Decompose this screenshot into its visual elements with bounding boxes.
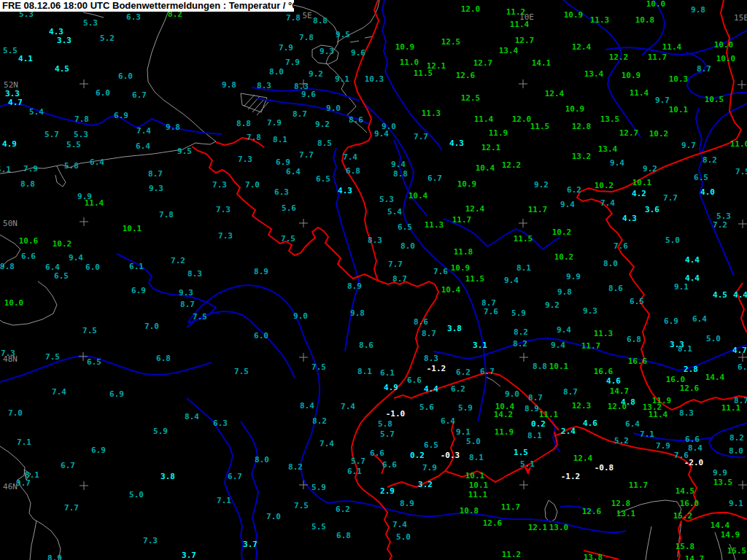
station-temperature-value: 8.2 [288,463,303,471]
station-temperature-value: 9.4 [610,159,624,167]
station-temperature-value: 3.7 [182,551,196,559]
station-temperature-value: 10.2 [554,253,574,261]
station-temperature-value: -0.8 [595,464,614,472]
station-temperature-value: 11.1 [468,491,488,499]
station-temperature-value: 8.9 [47,554,62,560]
coastline [257,102,268,115]
station-temperature-value: 7.0 [245,181,260,189]
station-temperature-value: 8.3 [187,270,202,278]
station-temperature-value: 5.9 [311,483,326,491]
station-temperature-value: 11.0 [730,140,747,148]
station-temperature-value: 7.2 [171,257,185,265]
station-temperature-value: 9.4 [69,254,83,262]
station-temperature-value: 8.3 [257,82,271,90]
station-temperature-value: 9.3 [583,307,597,315]
coastline [646,526,651,560]
station-temperature-value: 5.8 [378,420,392,428]
station-temperature-value: 6.4 [45,263,60,271]
station-temperature-value: 10.6 [19,237,39,245]
station-temperature-value: 7.5 [311,363,326,371]
station-temperature-value: 8.7 [392,275,407,283]
station-temperature-value: 10.1 [549,362,569,370]
station-temperature-value: 14.4 [705,373,725,381]
station-temperature-value: 8.4 [300,402,314,410]
title-text: FRE 08.12.06 18:00 UTC Bodenwettermeldun… [2,0,294,11]
station-temperature-value: 6.9 [114,112,128,120]
station-temperature-value: 8.7 [422,330,436,338]
station-temperature-value: 8.1 [357,368,372,376]
station-temperature-value: 9.9 [713,469,727,477]
station-temperature-value: 4.6 [583,419,597,427]
station-temperature-value: 7.3 [216,206,231,214]
station-temperature-value: 7.8 [286,14,301,22]
station-temperature-value: 12.4 [465,205,485,213]
station-temperature-value: 6.2 [451,385,465,393]
station-temperature-value: 14.7 [685,555,705,560]
station-temperature-value: 10.5 [705,96,724,104]
station-temperature-value: 7.4 [600,199,615,207]
station-temperature-value: 9.8 [691,6,705,14]
station-temperature-value: 8.0 [729,447,743,455]
station-temperature-value: 9.2 [309,70,323,78]
station-temperature-value: 10.9 [565,105,585,113]
station-temperature-value: 12.3 [572,402,592,410]
station-temperature-value: 7.8 [299,34,314,42]
station-temperature-value: 7.3 [238,155,252,163]
station-temperature-value: 11.4 [649,411,668,419]
station-temperature-value: 8.7 [528,394,543,402]
coastline [545,500,557,522]
station-temperature-value: 7.1 [217,497,231,505]
coastline [244,95,255,106]
station-temperature-value: 8.8 [236,120,251,128]
station-temperature-value: 6.0 [254,332,268,340]
station-temperature-value: 6.4 [738,363,747,371]
station-temperature-value: 12.6 [582,508,602,516]
station-temperature-value: 5.5 [311,523,326,531]
station-temperature-value: 6.5 [630,298,644,306]
station-temperature-value: 10.0 [646,0,666,8]
station-temperature-value: 4.9 [384,384,398,392]
station-temperature-value: 7.4 [343,153,357,161]
station-temperature-value: 9.0 [293,312,308,320]
station-temperature-value: 7.4 [341,402,355,411]
station-temperature-value: 9.4 [560,201,575,209]
station-temperature-value: 7.7 [388,260,403,268]
station-temperature-value: 4.6 [606,377,621,385]
station-temperature-value: 15.8 [676,542,695,551]
station-temperature-value: 4.4 [424,385,438,393]
station-temperature-value: 6.4 [692,315,707,323]
station-temperature-value: 6.4 [90,158,104,166]
river-line [333,148,359,351]
station-temperature-value: 6.1 [380,369,395,377]
station-temperature-value: 9.3 [320,47,334,55]
station-temperature-value: 8.3 [679,409,694,417]
station-temperature-value: 5.4 [29,108,44,116]
station-temperature-value: 2.4 [561,427,576,435]
station-temperature-value: 14.9 [721,531,740,539]
station-temperature-value: 8.2 [703,156,717,164]
station-temperature-value: 8.7 [697,65,711,73]
station-temperature-value: 5.7 [351,457,365,465]
station-temperature-value: 5.2 [614,437,629,445]
station-temperature-value: 8.7 [563,388,578,396]
station-temperature-value: 10.1 [469,481,489,489]
station-temperature-value: 9.1 [674,283,689,291]
station-temperature-value: 6.6 [21,252,36,260]
station-temperature-value: 3.6 [645,206,659,214]
coastline [83,12,104,18]
station-temperature-value: 9.4 [374,130,389,138]
river-line [0,356,212,382]
station-temperature-value: 7.8 [247,133,261,141]
station-temperature-value: 6.5 [398,223,412,231]
station-temperature-value: 9.4 [504,276,519,284]
station-temperature-value: 10.9 [622,71,641,79]
station-temperature-value: 11.5 [514,235,533,243]
station-temperature-value: 7.9 [279,44,293,52]
station-temperature-value: 3.2 [418,481,433,489]
station-temperature-value: 16.0 [680,499,700,508]
station-temperature-value: 5.6 [282,204,296,212]
station-temperature-value: 6.5 [316,175,330,183]
station-temperature-value: 7.9 [267,119,282,127]
station-temperature-value: 8.1 [516,264,531,272]
station-temperature-value: 5.9 [153,427,168,435]
